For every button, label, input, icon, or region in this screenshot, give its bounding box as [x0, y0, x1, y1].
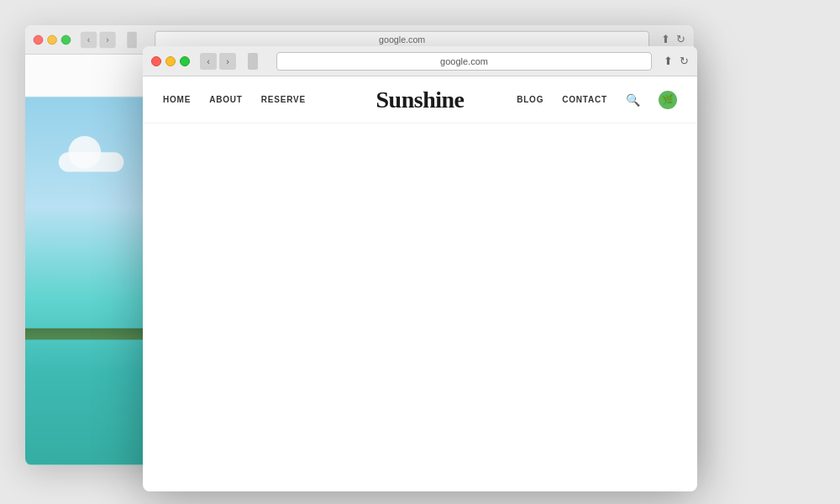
refresh-icon-front[interactable]: ↻ [680, 55, 689, 67]
site-logo: Sunshine [376, 87, 465, 113]
scene: ‹ › google.com ⬆ ↻ Sunshine [0, 0, 840, 504]
share-icon-front[interactable]: ⬆ [664, 55, 673, 67]
back-button-front[interactable]: ‹ [200, 53, 217, 70]
tab-bar-back [127, 31, 137, 47]
site-content: HOME ABOUT RESERVE Sunshine BLOG CONTACT… [143, 76, 697, 123]
toolbar-icons-back: ⬆ ↻ [661, 34, 685, 46]
back-button-back[interactable]: ‹ [81, 31, 97, 47]
maximize-button-front[interactable] [180, 56, 190, 66]
nav-item-reserve[interactable]: RESERVE [261, 95, 306, 104]
tab-bar-front [248, 53, 258, 70]
nav-item-about[interactable]: ABOUT [209, 95, 243, 104]
nav-item-blog[interactable]: BLOG [517, 95, 543, 104]
close-button-front[interactable] [151, 56, 161, 66]
cart-icon[interactable]: 🌿 [659, 91, 677, 109]
maximize-button-back[interactable] [61, 34, 71, 45]
nav-item-contact[interactable]: CONTACT [562, 95, 607, 104]
browser-window-front: ‹ › google.com ⬆ ↻ HOME ABOUT RESERVE Su… [143, 46, 697, 491]
nav-buttons-back: ‹ › [81, 31, 116, 47]
url-text-back: google.com [379, 34, 425, 45]
share-icon-back[interactable]: ⬆ [661, 34, 670, 46]
site-navigation: HOME ABOUT RESERVE Sunshine BLOG CONTACT… [143, 76, 697, 123]
nav-buttons-front: ‹ › [200, 53, 236, 70]
close-button-back[interactable] [34, 34, 44, 45]
forward-button-front[interactable]: › [219, 53, 236, 70]
forward-button-back[interactable]: › [99, 31, 115, 47]
toolbar-icons-front: ⬆ ↻ [664, 55, 689, 67]
traffic-lights-front [151, 56, 190, 66]
traffic-lights-back [34, 34, 71, 45]
nav-item-home[interactable]: HOME [163, 95, 191, 104]
minimize-button-front[interactable] [165, 56, 176, 66]
back-cloud [59, 152, 124, 171]
titlebar-front: ‹ › google.com ⬆ ↻ [143, 46, 697, 76]
search-icon[interactable]: 🔍 [626, 93, 640, 107]
url-bar-front[interactable]: google.com [276, 52, 652, 71]
minimize-button-back[interactable] [47, 34, 57, 45]
url-text-front: google.com [440, 56, 488, 66]
refresh-icon-back[interactable]: ↻ [676, 34, 685, 46]
